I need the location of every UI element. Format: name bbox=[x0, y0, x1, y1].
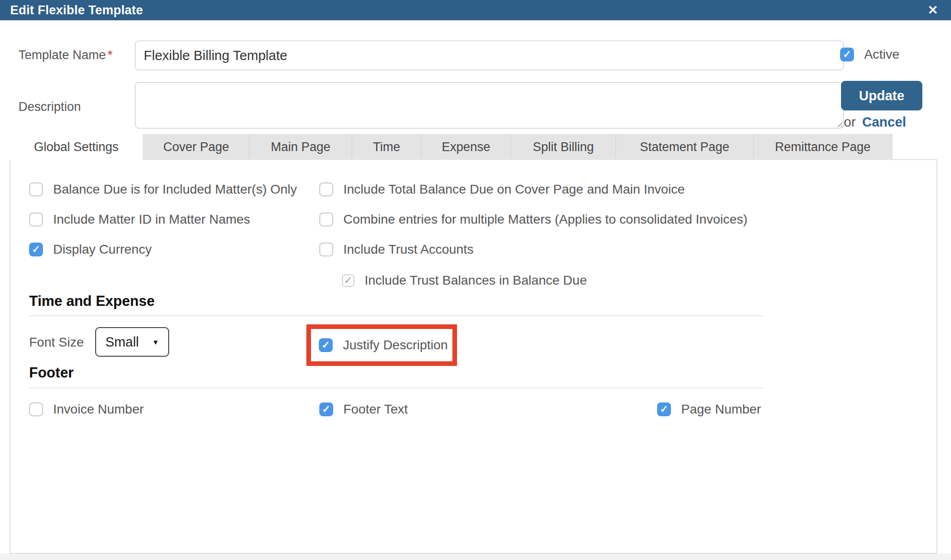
display-currency-row: Display Currency bbox=[29, 242, 152, 257]
tab-main-page[interactable]: Main Page bbox=[250, 134, 352, 160]
balance-due-checkbox[interactable] bbox=[29, 183, 43, 196]
template-name-input[interactable] bbox=[135, 41, 844, 70]
include-matter-id-checkbox[interactable] bbox=[29, 213, 43, 226]
tab-time[interactable]: Time bbox=[352, 134, 421, 160]
or-text: or bbox=[844, 115, 856, 129]
include-trust-accounts-label: Include Trust Accounts bbox=[343, 242, 474, 257]
modal-title: Edit Flexible Template bbox=[10, 3, 143, 18]
template-name-label-text: Template Name bbox=[18, 48, 106, 62]
invoice-number-row: Invoice Number bbox=[29, 402, 144, 417]
tab-expense[interactable]: Expense bbox=[421, 134, 511, 160]
font-size-value: Small bbox=[105, 335, 139, 350]
footer-text-label: Footer Text bbox=[343, 402, 408, 417]
include-matter-id-row: Include Matter ID in Matter Names bbox=[29, 212, 250, 227]
chevron-down-icon: ▼ bbox=[152, 338, 159, 346]
footer-text-checkbox[interactable] bbox=[319, 402, 333, 416]
or-cancel: orCancel bbox=[844, 115, 906, 130]
combine-entries-label: Combine entries for multiple Matters (Ap… bbox=[343, 212, 748, 227]
page-number-row: Page Number bbox=[657, 402, 761, 417]
page-number-label: Page Number bbox=[681, 402, 761, 417]
include-trust-balances-row: Include Trust Balances in Balance Due bbox=[342, 273, 587, 288]
time-and-expense-divider bbox=[29, 316, 764, 316]
cancel-link[interactable]: Cancel bbox=[862, 115, 906, 129]
font-size-select[interactable]: Small ▼ bbox=[95, 327, 169, 357]
active-label: Active bbox=[864, 47, 899, 62]
page-background-strip bbox=[0, 554, 951, 560]
active-checkbox-row: Active bbox=[840, 47, 899, 62]
combine-entries-checkbox[interactable] bbox=[319, 213, 333, 226]
display-currency-checkbox[interactable] bbox=[29, 243, 43, 256]
include-total-balance-checkbox[interactable] bbox=[319, 183, 333, 196]
font-size-label: Font Size bbox=[29, 335, 84, 350]
justify-description-label: Justify Description bbox=[343, 338, 448, 353]
highlight-box: Justify Description bbox=[306, 324, 457, 366]
include-matter-id-label: Include Matter ID in Matter Names bbox=[53, 212, 250, 227]
tab-split-billing[interactable]: Split Billing bbox=[511, 134, 616, 160]
tab-cover-page[interactable]: Cover Page bbox=[143, 134, 250, 160]
global-settings-panel: Balance Due is for Included Matter(s) On… bbox=[10, 159, 937, 554]
tab-remittance-page[interactable]: Remittance Page bbox=[754, 134, 892, 160]
footer-divider bbox=[29, 388, 764, 388]
footer-heading: Footer bbox=[29, 365, 73, 381]
invoice-number-checkbox[interactable] bbox=[29, 402, 43, 416]
include-trust-accounts-row: Include Trust Accounts bbox=[319, 242, 474, 257]
include-trust-accounts-checkbox[interactable] bbox=[319, 243, 333, 256]
balance-due-label: Balance Due is for Included Matter(s) On… bbox=[53, 182, 297, 197]
time-and-expense-heading: Time and Expense bbox=[29, 293, 155, 310]
close-icon[interactable]: ✕ bbox=[925, 3, 941, 18]
template-name-label: Template Name* bbox=[18, 48, 113, 62]
required-asterisk: * bbox=[108, 48, 113, 62]
description-label: Description bbox=[18, 100, 81, 114]
template-form: Template Name* Description Active Update… bbox=[0, 20, 951, 134]
justify-description-row: Justify Description bbox=[319, 338, 448, 353]
balance-due-row: Balance Due is for Included Matter(s) On… bbox=[29, 182, 297, 197]
description-textarea[interactable] bbox=[135, 82, 844, 128]
display-currency-label: Display Currency bbox=[53, 242, 152, 257]
justify-description-checkbox[interactable] bbox=[319, 338, 333, 352]
page-number-checkbox[interactable] bbox=[657, 402, 671, 416]
combine-entries-row: Combine entries for multiple Matters (Ap… bbox=[319, 212, 748, 227]
include-trust-balances-label: Include Trust Balances in Balance Due bbox=[365, 273, 587, 288]
include-trust-balances-checkbox bbox=[342, 274, 354, 287]
include-total-balance-row: Include Total Balance Due on Cover Page … bbox=[319, 182, 685, 197]
tab-statement-page[interactable]: Statement Page bbox=[616, 134, 754, 160]
update-button[interactable]: Update bbox=[841, 81, 922, 110]
include-total-balance-label: Include Total Balance Due on Cover Page … bbox=[343, 182, 685, 197]
active-checkbox[interactable] bbox=[840, 48, 854, 61]
modal-header: Edit Flexible Template ✕ bbox=[0, 0, 951, 20]
tab-global-settings[interactable]: Global Settings bbox=[10, 134, 143, 160]
tab-bar: Global Settings Cover Page Main Page Tim… bbox=[10, 134, 892, 160]
invoice-number-label: Invoice Number bbox=[53, 402, 144, 417]
footer-text-row: Footer Text bbox=[319, 402, 408, 417]
